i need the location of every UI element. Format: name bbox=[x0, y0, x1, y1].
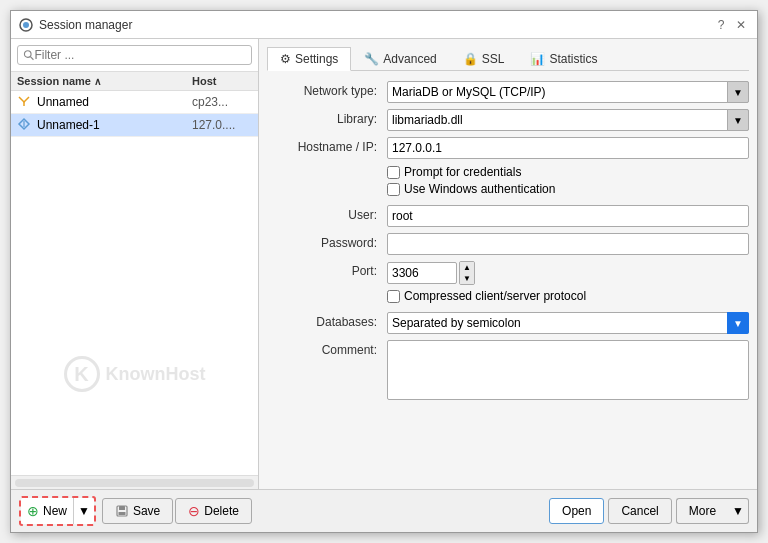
filter-input[interactable] bbox=[34, 48, 246, 62]
new-button[interactable]: ⊕ New bbox=[21, 498, 73, 524]
filter-bar bbox=[11, 39, 258, 72]
databases-select-wrap: Separated by semicolon ▼ bbox=[387, 312, 749, 334]
tab-statistics[interactable]: 📊 Statistics bbox=[517, 47, 610, 70]
windows-auth-checkbox[interactable] bbox=[387, 183, 400, 196]
svg-point-2 bbox=[24, 51, 31, 58]
session-list: Session name ∧ Host Unnamed cp23... bbox=[11, 72, 258, 274]
network-type-label: Network type: bbox=[267, 81, 387, 98]
checkboxes-spacer bbox=[267, 165, 387, 168]
tab-advanced-label: Advanced bbox=[383, 52, 436, 66]
port-spinner: ▲ ▼ bbox=[459, 261, 475, 285]
session-item-unnamed-1[interactable]: Unnamed-1 127.0.... bbox=[11, 114, 258, 137]
password-label: Password: bbox=[267, 233, 387, 250]
session-icon-unnamed bbox=[17, 94, 33, 110]
prompt-credentials-row: Prompt for credentials bbox=[387, 165, 749, 179]
port-spinner-down[interactable]: ▼ bbox=[460, 273, 474, 284]
windows-auth-label: Use Windows authentication bbox=[404, 182, 555, 196]
comment-control bbox=[387, 340, 749, 403]
right-panel: ⚙ Settings 🔧 Advanced 🔒 SSL 📊 Statistics bbox=[259, 39, 757, 489]
user-label: User: bbox=[267, 205, 387, 222]
tab-ssl[interactable]: 🔒 SSL bbox=[450, 47, 518, 70]
filter-input-wrap bbox=[17, 45, 252, 65]
session-manager-dialog: Session manager ? ✕ Se bbox=[10, 10, 758, 533]
port-row: Port: ▲ ▼ Compressed client/server proto… bbox=[267, 261, 749, 306]
search-icon bbox=[23, 49, 34, 61]
cancel-label: Cancel bbox=[621, 504, 658, 518]
more-button-group: More ▼ bbox=[676, 498, 749, 524]
compressed-protocol-row: Compressed client/server protocol bbox=[387, 289, 749, 303]
save-button[interactable]: Save bbox=[102, 498, 173, 524]
form-area: Network type: MariaDB or MySQL (TCP/IP) … bbox=[267, 81, 749, 481]
prompt-credentials-label: Prompt for credentials bbox=[404, 165, 521, 179]
compressed-protocol-label: Compressed client/server protocol bbox=[404, 289, 586, 303]
dialog-body: Session name ∧ Host Unnamed cp23... bbox=[11, 39, 757, 489]
network-type-select[interactable]: MariaDB or MySQL (TCP/IP) bbox=[387, 81, 749, 103]
open-button[interactable]: Open bbox=[549, 498, 604, 524]
library-control: libmariadb.dll ▼ bbox=[387, 109, 749, 131]
delete-icon: ⊖ bbox=[188, 503, 200, 519]
col-name-header[interactable]: Session name ∧ bbox=[17, 75, 192, 87]
svg-rect-8 bbox=[119, 506, 125, 510]
save-icon bbox=[115, 504, 129, 518]
prompt-credentials-checkbox[interactable] bbox=[387, 166, 400, 179]
new-dropdown-button[interactable]: ▼ bbox=[73, 498, 94, 524]
delete-button[interactable]: ⊖ Delete bbox=[175, 498, 252, 524]
cancel-button[interactable]: Cancel bbox=[608, 498, 671, 524]
session-icon-unnamed-1 bbox=[17, 117, 33, 133]
advanced-tab-icon: 🔧 bbox=[364, 52, 379, 66]
tab-settings-label: Settings bbox=[295, 52, 338, 66]
dialog-title: Session manager bbox=[39, 18, 132, 32]
port-label: Port: bbox=[267, 261, 387, 278]
databases-label: Databases: bbox=[267, 312, 387, 329]
user-input[interactable] bbox=[387, 205, 749, 227]
svg-rect-9 bbox=[118, 512, 125, 515]
more-button[interactable]: More bbox=[676, 498, 728, 524]
compressed-protocol-checkbox[interactable] bbox=[387, 290, 400, 303]
tab-ssl-label: SSL bbox=[482, 52, 505, 66]
databases-select[interactable]: Separated by semicolon bbox=[387, 312, 749, 334]
user-row: User: bbox=[267, 205, 749, 227]
password-row: Password: bbox=[267, 233, 749, 255]
comment-label: Comment: bbox=[267, 340, 387, 357]
network-type-row: Network type: MariaDB or MySQL (TCP/IP) … bbox=[267, 81, 749, 103]
port-input-group: ▲ ▼ bbox=[387, 261, 749, 285]
library-select-wrap: libmariadb.dll ▼ bbox=[387, 109, 749, 131]
comment-textarea[interactable] bbox=[387, 340, 749, 400]
session-item-unnamed[interactable]: Unnamed cp23... bbox=[11, 91, 258, 114]
hostname-input[interactable] bbox=[387, 137, 749, 159]
session-host-unnamed-1: 127.0.... bbox=[192, 118, 252, 132]
help-button[interactable]: ? bbox=[713, 17, 729, 33]
password-control bbox=[387, 233, 749, 255]
close-button[interactable]: ✕ bbox=[733, 17, 749, 33]
library-label: Library: bbox=[267, 109, 387, 126]
more-label: More bbox=[689, 504, 716, 518]
session-list-header: Session name ∧ Host bbox=[11, 72, 258, 91]
new-button-group: ⊕ New ▼ bbox=[19, 496, 96, 526]
new-icon: ⊕ bbox=[27, 503, 39, 519]
password-input[interactable] bbox=[387, 233, 749, 255]
library-row: Library: libmariadb.dll ▼ bbox=[267, 109, 749, 131]
sort-arrow: ∧ bbox=[94, 76, 101, 87]
horizontal-scrollbar[interactable] bbox=[11, 475, 258, 489]
databases-control: Separated by semicolon ▼ bbox=[387, 312, 749, 334]
watermark-text: KnownHost bbox=[106, 364, 206, 385]
watermark-icon: K bbox=[64, 356, 100, 392]
port-spinner-up[interactable]: ▲ bbox=[460, 262, 474, 273]
open-label: Open bbox=[562, 504, 591, 518]
hostname-row: Hostname / IP: bbox=[267, 137, 749, 159]
bottom-bar: ⊕ New ▼ Save ⊖ Delete bbox=[11, 489, 757, 532]
session-name-unnamed: Unnamed bbox=[37, 95, 192, 109]
col-host-header: Host bbox=[192, 75, 252, 87]
watermark-logo: K KnownHost bbox=[64, 356, 206, 392]
title-bar-left: Session manager bbox=[19, 18, 132, 32]
session-host-unnamed: cp23... bbox=[192, 95, 252, 109]
port-input[interactable] bbox=[387, 262, 457, 284]
tab-settings[interactable]: ⚙ Settings bbox=[267, 47, 351, 71]
scroll-track bbox=[15, 479, 254, 487]
library-select[interactable]: libmariadb.dll bbox=[387, 109, 749, 131]
more-dropdown-button[interactable]: ▼ bbox=[728, 498, 749, 524]
hostname-control bbox=[387, 137, 749, 159]
tab-advanced[interactable]: 🔧 Advanced bbox=[351, 47, 449, 70]
svg-line-3 bbox=[30, 57, 33, 60]
bottom-right: Open Cancel More ▼ bbox=[549, 498, 749, 524]
